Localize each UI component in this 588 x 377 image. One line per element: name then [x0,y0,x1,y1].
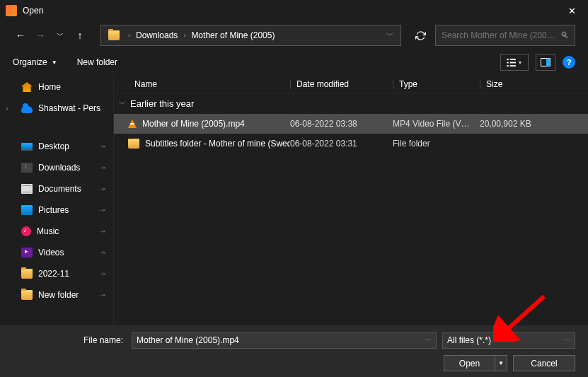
file-type: MP4 Video File (V… [393,119,480,129]
svg-rect-7 [546,59,550,66]
chevron-down-icon[interactable]: ﹀ [564,336,570,345]
sidebar-item-label: Videos [38,248,64,257]
pin-icon: 📌︎ [98,226,108,237]
svg-rect-2 [507,62,509,63]
sidebar: Home › Shashwat - Pers Desktop📌︎ Downloa… [0,75,114,325]
pin-icon: 📌︎ [98,269,108,279]
svg-rect-1 [509,59,515,60]
videos-icon [21,248,33,257]
sidebar-item-downloads[interactable]: Downloads📌︎ [0,157,113,178]
app-icon [6,5,17,16]
sidebar-item-label: Pictures [38,205,69,215]
view-mode-button[interactable]: ▼ [500,54,529,71]
file-row[interactable]: Subtitles folder - Mother of mine (Swede… [114,134,588,153]
file-date: 06-08-2022 03:31 [290,139,393,149]
new-folder-button[interactable]: New folder [77,57,117,67]
folder-icon [21,290,33,300]
sidebar-item-folder[interactable]: New folder📌︎ [0,284,113,306]
column-header-type[interactable]: Type [393,79,480,89]
pictures-icon [21,205,33,215]
forward-button[interactable]: → [33,28,48,43]
chevron-right-icon[interactable]: › [6,105,8,112]
sidebar-item-label: Documents [38,184,81,194]
music-icon [21,226,31,236]
pin-icon: 📌︎ [98,205,108,216]
sidebar-item-videos[interactable]: Videos📌︎ [0,242,113,263]
file-name: Mother of Mine (2005).mp4 [142,119,245,129]
sidebar-item-music[interactable]: Music📌︎ [0,221,113,242]
search-icon: 🔍︎ [560,30,569,40]
column-header-name[interactable]: Name [114,79,290,89]
window-title: Open [23,6,556,16]
folder-icon [21,269,33,279]
refresh-button[interactable] [410,25,431,46]
up-button[interactable]: ↑ [72,28,88,43]
sidebar-item-home[interactable]: Home [0,76,113,98]
pin-icon: 📌︎ [98,248,108,258]
help-button[interactable]: ? [563,56,575,69]
sidebar-item-onedrive[interactable]: › Shashwat - Pers [0,98,113,119]
breadcrumb[interactable]: Downloads [134,30,179,40]
sidebar-item-folder[interactable]: 2022-11📌︎ [0,263,113,284]
home-icon [21,82,33,92]
pin-icon: 📌︎ [98,141,108,152]
svg-rect-0 [507,59,509,60]
chevron-right-icon: › [124,32,134,39]
document-icon [21,184,33,194]
file-size: 20,00,902 KB [480,119,531,129]
address-bar[interactable]: › Downloads › Mother of Mine (2005) ﹀ [100,25,401,46]
file-row[interactable]: Mother of Mine (2005).mp4 06-08-2022 03:… [114,114,588,134]
chevron-down-icon[interactable]: ﹀ [386,30,393,40]
pin-icon: 📌︎ [98,184,108,195]
folder-icon [128,139,139,149]
chevron-down-icon: ﹀ [119,99,126,109]
file-name: Subtitles folder - Mother of mine (Swede… [145,139,290,149]
sidebar-item-label: Desktop [38,141,69,151]
cloud-icon [21,106,33,113]
file-type: File folder [393,139,480,149]
download-icon [21,163,33,173]
desktop-icon [21,143,33,151]
open-button[interactable]: Open [444,355,495,371]
search-input[interactable] [442,30,560,40]
sidebar-item-label: Downloads [38,163,80,173]
sidebar-item-desktop[interactable]: Desktop📌︎ [0,136,113,157]
file-type-filter[interactable]: All files (*.*) ﹀ [442,332,575,349]
group-header[interactable]: ﹀ Earlier this year [114,93,588,114]
sidebar-item-documents[interactable]: Documents📌︎ [0,178,113,199]
filename-label: File name: [13,335,126,345]
sidebar-item-pictures[interactable]: Pictures📌︎ [0,199,113,221]
column-header-size[interactable]: Size [480,79,502,89]
sidebar-item-label: Music [37,226,59,236]
recent-dropdown[interactable]: ﹀ [52,28,68,43]
preview-pane-button[interactable] [536,54,555,71]
open-dropdown[interactable]: ▼ [495,355,507,371]
pin-icon: 📌︎ [98,290,108,301]
pin-icon: 📌︎ [98,163,108,173]
search-field[interactable]: 🔍︎ [435,25,575,46]
svg-rect-5 [509,65,515,66]
close-button[interactable]: ✕ [556,0,588,21]
cancel-button[interactable]: Cancel [513,355,575,371]
vlc-icon [128,120,137,128]
breadcrumb[interactable]: Mother of Mine (2005) [190,30,276,40]
sidebar-item-label: New folder [38,290,79,300]
organize-menu[interactable]: Organize▼ [13,57,57,67]
svg-rect-4 [507,65,509,66]
sidebar-item-label: 2022-11 [38,269,69,279]
file-date: 06-08-2022 03:38 [290,119,393,129]
filename-input[interactable]: Mother of Mine (2005).mp4 ﹀ [132,332,437,349]
sidebar-item-label: Shashwat - Pers [38,103,100,113]
chevron-down-icon[interactable]: ﹀ [425,336,432,345]
sidebar-item-label: Home [38,82,61,92]
column-header-date[interactable]: Date modified [291,79,393,89]
svg-rect-3 [509,62,515,63]
folder-icon [108,30,120,40]
chevron-right-icon: › [179,32,190,39]
back-button[interactable]: ← [13,28,28,43]
